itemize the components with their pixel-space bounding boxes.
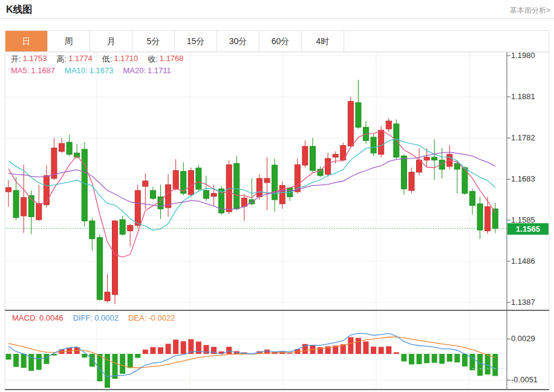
candle-body xyxy=(120,220,125,234)
candle-body xyxy=(348,102,353,146)
candle-body xyxy=(36,203,42,220)
legend-item: 开:1.1753 xyxy=(11,54,47,65)
macd-histogram-bar xyxy=(97,354,102,381)
macd-histogram-bar xyxy=(135,354,140,358)
candle-body xyxy=(485,207,490,231)
macd-histogram-bar xyxy=(485,354,490,374)
candle-body xyxy=(97,238,102,300)
candle-body xyxy=(82,149,87,221)
macd-histogram-bar xyxy=(6,354,11,359)
legend-item: MA5:1.1687 xyxy=(11,66,55,75)
macd-histogram-bar xyxy=(173,339,178,354)
macd-histogram-bar xyxy=(462,354,468,367)
price-tick-label: 1.1387 xyxy=(511,298,535,307)
candle-body xyxy=(67,142,72,154)
macd-histogram-bar xyxy=(226,347,232,354)
macd-histogram-bar xyxy=(424,354,429,363)
legend-value: 1.1687 xyxy=(31,66,55,75)
candle-body xyxy=(492,209,498,228)
legend-label: DEA: xyxy=(128,313,146,322)
candle-body xyxy=(21,198,27,216)
macd-histogram-bar xyxy=(112,354,118,379)
macd-histogram-bar xyxy=(371,347,376,354)
macd-histogram-bar xyxy=(166,344,171,354)
candle-body xyxy=(105,292,110,301)
candle-body xyxy=(234,163,240,209)
candle-body xyxy=(188,171,194,195)
macd-histogram-bar xyxy=(356,338,361,354)
candle-body xyxy=(356,103,361,128)
candle-body xyxy=(386,121,391,129)
macd-histogram-bar xyxy=(409,354,414,364)
macd-histogram-bar xyxy=(447,354,452,362)
macd-histogram-bar xyxy=(44,354,49,364)
legend-label: 收: xyxy=(148,54,158,65)
macd-histogram-bar xyxy=(454,354,460,362)
macd-histogram-bar xyxy=(439,354,445,364)
macd-histogram-bar xyxy=(386,346,391,354)
legend-item: DEA:-0.0022 xyxy=(128,313,175,322)
candle-body xyxy=(112,221,118,295)
candle-body xyxy=(333,154,338,157)
macd-histogram-bar xyxy=(401,354,406,361)
legend-value: 1.1753 xyxy=(23,54,47,65)
price-tick-label: 1.1881 xyxy=(511,92,535,101)
candle-body xyxy=(203,191,209,198)
legend-label: MA10: xyxy=(65,66,88,75)
legend-label: 高: xyxy=(56,54,67,65)
macd-histogram-bar xyxy=(120,354,125,374)
macd-histogram-bar xyxy=(477,354,483,376)
candle-body xyxy=(150,191,155,198)
macd-histogram-bar xyxy=(470,354,475,370)
legend-value: 1.1710 xyxy=(114,54,138,65)
candle-body xyxy=(173,171,178,189)
candle-body xyxy=(379,130,384,154)
macd-histogram-bar xyxy=(181,341,186,354)
legend-item: MA20:1.1711 xyxy=(123,66,171,75)
macd-tick-label: 0.0029 xyxy=(511,334,535,343)
legend-item: DIFF:0.0002 xyxy=(73,313,119,322)
candle-body xyxy=(272,165,278,200)
macd-histogram-bar xyxy=(348,337,353,354)
legend-item: 低:1.1710 xyxy=(102,54,138,65)
macd-histogram-bar xyxy=(379,347,384,354)
legend-label: 开: xyxy=(11,54,21,65)
candle-body xyxy=(477,204,483,230)
legend-label: 低: xyxy=(102,54,112,65)
macd-histogram-bar xyxy=(36,354,42,370)
candle-body xyxy=(310,146,316,171)
candle-body xyxy=(470,191,475,205)
candle-body xyxy=(279,186,285,204)
candle-body xyxy=(196,168,201,189)
diff-line xyxy=(8,333,495,377)
macd-histogram-bar xyxy=(21,354,27,368)
candle-body xyxy=(44,175,49,204)
legend-value: -0.0022 xyxy=(148,313,175,322)
legend-value: 0.0002 xyxy=(94,313,119,322)
legend-item: 高:1.1774 xyxy=(56,54,92,65)
macd-histogram-bar xyxy=(287,353,293,354)
dea-line xyxy=(8,337,495,368)
legend-label: DIFF: xyxy=(73,313,93,322)
kline-widget: K线图 基本面分析> 日周月5分15分30分60分4时 开:1.1753高:1.… xyxy=(0,0,554,392)
candle-body xyxy=(302,146,308,165)
price-tick-label: 1.1486 xyxy=(511,256,535,266)
candle-body xyxy=(59,143,65,151)
candle-body xyxy=(135,191,140,226)
legend-value: 0.0046 xyxy=(39,313,64,322)
macd-legend: MACD:0.0046DIFF:0.0002DEA:-0.0022 xyxy=(12,313,175,322)
legend-value: 1.1768 xyxy=(160,54,184,65)
candle-body xyxy=(401,156,406,189)
candle-body xyxy=(6,188,11,192)
legend-item: MA10:1.1673 xyxy=(65,66,113,75)
candle-body xyxy=(226,165,232,212)
macd-histogram-bar xyxy=(417,354,422,364)
ohlc-legend: 开:1.1753高:1.1774低:1.1710收:1.1768 xyxy=(11,54,184,65)
candle-body xyxy=(90,221,95,239)
legend-value: 1.1774 xyxy=(68,54,93,65)
macd-histogram-bar xyxy=(203,345,209,354)
candle-body xyxy=(424,157,429,160)
candle-body xyxy=(432,157,437,160)
macd-histogram-bar xyxy=(13,354,19,367)
candle-body xyxy=(128,226,133,231)
